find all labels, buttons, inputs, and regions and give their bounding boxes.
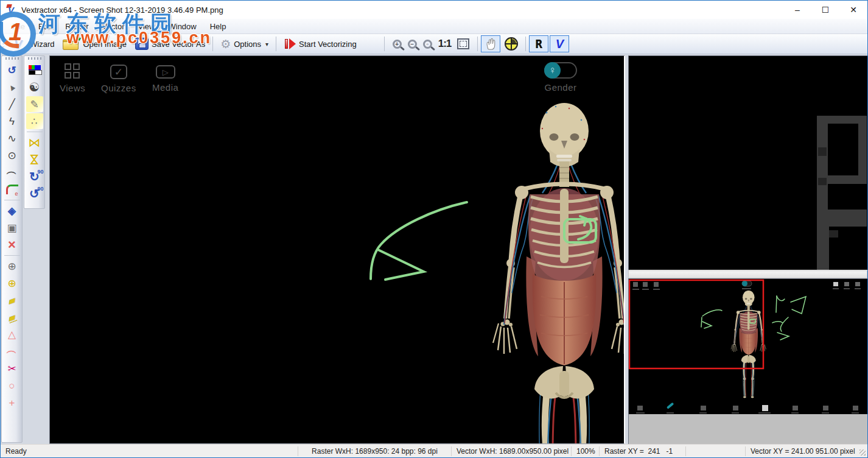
toolbar-grip bbox=[2, 37, 4, 51]
start-vectorizing-button[interactable]: Start Vectorizing bbox=[279, 36, 361, 52]
window-title: Vextractor x64 - Screen Shot 12-31-2019 … bbox=[21, 5, 223, 15]
remove-dots-tool[interactable]: ∴ bbox=[26, 113, 43, 129]
despeckle-tool[interactable]: ✎ bbox=[26, 96, 43, 112]
menu-view[interactable]: View bbox=[131, 20, 162, 33]
add-circle-tool[interactable]: ○ bbox=[4, 378, 21, 393]
save-vector-label: Save Vector As bbox=[152, 40, 205, 49]
menu-file[interactable]: File bbox=[5, 20, 32, 33]
options-dropdown-icon[interactable]: ▾ bbox=[265, 41, 268, 48]
show-raster-toggle[interactable]: R bbox=[529, 35, 548, 52]
raster-canvas[interactable]: Views ✓ Quizzes ▷ Media ♀ Gender bbox=[49, 55, 625, 444]
gear-icon: ⚙ bbox=[220, 38, 231, 50]
show-vector-toggle[interactable]: V bbox=[550, 35, 569, 52]
toolbar-grip bbox=[28, 57, 41, 60]
raster-r-icon: R bbox=[536, 37, 542, 51]
open-folder-icon: ↷ bbox=[63, 38, 80, 50]
status-ready: Ready bbox=[1, 446, 298, 456]
invert-tool[interactable]: ☯ bbox=[26, 79, 43, 95]
menu-raster[interactable]: Raster bbox=[58, 20, 95, 33]
zoom-out-button[interactable]: − bbox=[408, 40, 417, 49]
rotate-ccw-tool[interactable]: ↺90 bbox=[26, 186, 43, 202]
toolbar-separator bbox=[525, 37, 526, 51]
overview-panel[interactable] bbox=[628, 278, 867, 444]
add-vertex-tool[interactable]: △ bbox=[4, 326, 21, 342]
line-tool[interactable]: ╱ bbox=[4, 96, 21, 112]
overview-thumbnail bbox=[629, 279, 867, 444]
polyline-tool[interactable]: ϟ bbox=[4, 113, 21, 129]
main-toolbar: ★★V Wizard ↷ Open Image Save Vector As ⚙… bbox=[1, 34, 867, 54]
zoom-in-button[interactable]: + bbox=[393, 40, 402, 49]
arc-tool[interactable]: ( bbox=[4, 164, 21, 180]
menu-edit[interactable]: Edit bbox=[32, 20, 58, 33]
menu-window[interactable]: Window bbox=[161, 20, 203, 33]
open-image-label: Open Image bbox=[83, 40, 127, 49]
status-zoom-level: 100% bbox=[572, 446, 600, 456]
zoom-1to1-button[interactable]: 1:1 bbox=[438, 38, 452, 50]
curve-tool[interactable]: ∿ bbox=[4, 130, 21, 146]
hand-icon bbox=[484, 37, 497, 51]
center-target-button[interactable] bbox=[502, 35, 521, 52]
status-empty bbox=[686, 446, 746, 456]
status-raster-size: Raster WxH: 1689x950: 24 bpp: 96 dpi bbox=[298, 446, 452, 456]
move-node-snap-tool[interactable]: ⊕ bbox=[4, 275, 21, 291]
title-bar[interactable]: V Vextractor x64 - Screen Shot 12-31-201… bbox=[1, 1, 867, 19]
menu-vector[interactable]: Vector bbox=[96, 20, 131, 33]
resize-grip[interactable] bbox=[859, 449, 866, 456]
pan-hand-button[interactable] bbox=[481, 35, 500, 52]
status-bar: Ready Raster WxH: 1689x950: 24 bpp: 96 d… bbox=[1, 444, 867, 457]
wizard-label: Wizard bbox=[30, 40, 54, 49]
trace-tool[interactable] bbox=[4, 181, 21, 197]
close-button[interactable]: ✕ bbox=[839, 1, 867, 19]
menu-bar: File Edit Raster Vector View Window Help bbox=[1, 19, 867, 34]
wizard-button[interactable]: ★★V Wizard bbox=[7, 35, 58, 53]
wizard-icon: ★★V bbox=[11, 37, 27, 51]
open-image-button[interactable]: ↷ Open Image bbox=[58, 36, 131, 52]
palette-icon bbox=[29, 65, 41, 75]
erase-raster-tool[interactable]: ▰ bbox=[4, 292, 21, 308]
minimize-button[interactable]: – bbox=[783, 1, 811, 19]
options-label: Options bbox=[234, 40, 261, 49]
pan-tool[interactable]: ◈ bbox=[4, 203, 21, 219]
status-vector-xy: Vector XY = 241.00 951.00 pixel bbox=[746, 446, 854, 456]
delete-tool[interactable]: × bbox=[4, 237, 21, 253]
vector-zoom-shapes bbox=[629, 56, 867, 270]
fit-to-window-button[interactable] bbox=[457, 38, 469, 49]
options-button[interactable]: ⚙ Options ▾ bbox=[216, 37, 273, 52]
undo-tool[interactable]: ↺ bbox=[4, 62, 21, 78]
vector-view-panel[interactable] bbox=[628, 55, 867, 270]
cut-tool[interactable]: ✂ bbox=[4, 361, 21, 376]
save-vector-button[interactable]: Save Vector As bbox=[131, 36, 209, 52]
raster-toolbar: ☯ ✎ ∴ ⋈ ⋈ ↻90 ↺90 bbox=[24, 55, 45, 209]
palette-tool[interactable] bbox=[26, 62, 43, 78]
save-icon bbox=[135, 38, 149, 50]
add-point-tool[interactable]: + bbox=[4, 395, 21, 410]
anatomy-figure-and-vectors bbox=[50, 56, 625, 444]
toolbar-separator bbox=[212, 37, 213, 51]
move-node-tool[interactable]: ⊕ bbox=[4, 258, 21, 274]
flip-vertical-tool[interactable]: ⋈ bbox=[26, 152, 43, 167]
workspace: ↺ ▲ ╱ ϟ ∿ ⊙ ( ◈ ▣ × ⊕ ⊕ ▰ ▰ △ ( ✂ ○ + ☯ bbox=[1, 54, 867, 444]
maximize-button[interactable]: ☐ bbox=[811, 1, 839, 19]
toolbar-separator bbox=[384, 37, 385, 51]
start-vectorizing-icon bbox=[284, 38, 296, 50]
zoom-window-button[interactable]: ▫ bbox=[423, 40, 432, 49]
flip-horizontal-tool[interactable]: ⋈ bbox=[26, 135, 43, 150]
toolbar-grip bbox=[5, 57, 19, 60]
add-arc-tool[interactable]: ( bbox=[4, 344, 21, 359]
rotate-cw-tool[interactable]: ↻90 bbox=[26, 169, 43, 185]
toolbar-separator bbox=[477, 37, 478, 51]
copy-tool[interactable]: ▣ bbox=[4, 220, 21, 236]
vector-v-icon: V bbox=[556, 37, 564, 51]
target-icon bbox=[504, 37, 519, 51]
toolbar-separator bbox=[276, 37, 276, 51]
start-vectorizing-label: Start Vectorizing bbox=[299, 40, 357, 49]
status-vector-size: Vector WxH: 1689.00x950.00 pixel bbox=[452, 446, 572, 456]
erase-line-tool[interactable]: ▰ bbox=[4, 309, 21, 325]
app-icon: V bbox=[7, 4, 18, 15]
trace-icon bbox=[6, 185, 18, 194]
panel-horizontal-scrollbar[interactable] bbox=[628, 270, 867, 278]
menu-help[interactable]: Help bbox=[203, 20, 233, 33]
select-tool[interactable]: ▲ bbox=[4, 79, 21, 95]
app-window: V Vextractor x64 - Screen Shot 12-31-201… bbox=[0, 0, 868, 458]
circle-tool[interactable]: ⊙ bbox=[4, 147, 21, 163]
